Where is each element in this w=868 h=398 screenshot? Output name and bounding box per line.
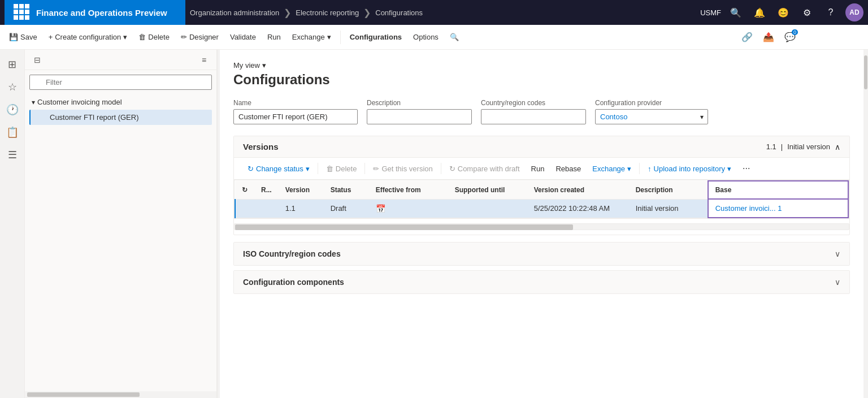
vtool-sep-2 bbox=[364, 163, 365, 174]
version-number: 1.1 bbox=[766, 142, 776, 151]
country-input[interactable] bbox=[481, 109, 586, 124]
iso-header[interactable]: ISO Country/region codes ∨ bbox=[234, 243, 849, 265]
waffle-icon[interactable] bbox=[14, 4, 31, 21]
bookmark-icon[interactable]: 🔗 bbox=[738, 28, 756, 46]
sidebar-icon-recent[interactable]: 🕐 bbox=[2, 100, 23, 120]
message-icon[interactable]: 💬 0 bbox=[781, 28, 799, 46]
description-input[interactable] bbox=[367, 109, 472, 124]
share-icon[interactable]: 📤 bbox=[760, 28, 778, 46]
tree-child-fti[interactable]: Customer FTI report (GER) bbox=[29, 110, 212, 125]
close-icon[interactable]: ✕ bbox=[845, 28, 863, 46]
create-configuration-button[interactable]: + Create configuration ▾ bbox=[44, 29, 132, 45]
search-icon[interactable]: 🔍 bbox=[727, 3, 745, 21]
filter-input[interactable] bbox=[29, 75, 212, 90]
breadcrumb-item-3[interactable]: Configurations bbox=[375, 8, 423, 17]
th-r[interactable]: R... bbox=[254, 181, 279, 199]
th-status[interactable]: Status bbox=[324, 181, 369, 199]
create-icon: + bbox=[49, 33, 53, 41]
config-header[interactable]: Configuration components ∨ bbox=[234, 271, 849, 293]
th-version[interactable]: Version bbox=[279, 181, 324, 199]
notification-icon[interactable]: 🔔 bbox=[750, 3, 769, 21]
smiley-icon[interactable]: 😊 bbox=[774, 3, 792, 21]
td-status: Draft bbox=[324, 199, 369, 218]
vtool-run-button[interactable]: Run bbox=[527, 162, 549, 175]
sidebar-icon-favorites[interactable]: ☆ bbox=[2, 77, 23, 97]
cmd-right-icons: 🔗 📤 💬 0 ↻ ⧉ ✕ bbox=[738, 28, 863, 46]
validate-button[interactable]: Validate bbox=[225, 29, 261, 45]
tree-parent-label: Customer invoicing model bbox=[37, 98, 122, 106]
sidebar-icon-modules[interactable]: ☰ bbox=[2, 145, 23, 165]
cmd-separator-1 bbox=[340, 31, 341, 44]
versions-table: ↻ R... Version Status Effective from Sup… bbox=[235, 180, 849, 218]
designer-button[interactable]: ✏ Designer bbox=[176, 29, 223, 45]
upload-repository-button[interactable]: ↑ Upload into repository ▾ bbox=[643, 162, 736, 175]
tree-parent-invoicing[interactable]: ▾ Customer invoicing model bbox=[29, 94, 212, 110]
versions-chevron-icon[interactable]: ∧ bbox=[835, 142, 840, 152]
get-version-button[interactable]: ✏ Get this version bbox=[368, 162, 437, 175]
th-description[interactable]: Description bbox=[629, 181, 708, 199]
help-icon[interactable]: ? bbox=[822, 3, 840, 21]
vtool-exchange-button[interactable]: Exchange ▾ bbox=[588, 162, 636, 175]
create-chevron-icon: ▾ bbox=[123, 33, 127, 41]
tree-child-label: Customer FTI report (GER) bbox=[50, 113, 138, 122]
change-status-button[interactable]: ↻ Change status ▾ bbox=[243, 162, 314, 175]
breadcrumb-item-2[interactable]: Electronic reporting bbox=[296, 8, 359, 17]
sidebar-icon-workspaces[interactable]: 📋 bbox=[2, 122, 23, 142]
top-icons: USMF 🔍 🔔 😊 ⚙ ? AD bbox=[700, 3, 863, 21]
settings-icon[interactable]: ⚙ bbox=[798, 3, 816, 21]
config-title: Configuration components bbox=[243, 278, 344, 287]
exchange-button[interactable]: Exchange ▾ bbox=[288, 29, 336, 45]
iso-title: ISO Country/region codes bbox=[243, 249, 341, 258]
td-description: Initial version bbox=[629, 199, 708, 218]
save-button[interactable]: 💾 Save bbox=[5, 29, 42, 45]
right-scrollbar[interactable] bbox=[863, 50, 868, 398]
open-new-icon[interactable]: ⧉ bbox=[824, 28, 842, 46]
get-version-icon: ✏ bbox=[373, 165, 379, 173]
td-r bbox=[254, 199, 279, 218]
config-chevron-icon: ∨ bbox=[835, 278, 840, 287]
user-avatar[interactable]: AD bbox=[845, 3, 863, 21]
sync-header-icon: ↻ bbox=[242, 186, 248, 194]
sidebar-icon-home[interactable]: ⊞ bbox=[2, 54, 23, 75]
rebase-button[interactable]: Rebase bbox=[551, 162, 585, 175]
run-button[interactable]: Run bbox=[263, 29, 285, 45]
versions-table-wrapper: ↻ R... Version Status Effective from Sup… bbox=[234, 180, 849, 219]
main-layout: ⊞ ☆ 🕐 📋 ☰ ⊟ ≡ 🔍 ▾ Customer invoicing mod… bbox=[0, 50, 868, 398]
breadcrumb: Organization administration ❯ Electronic… bbox=[190, 7, 696, 18]
nav-tree: ▾ Customer invoicing model Customer FTI … bbox=[25, 94, 216, 391]
iso-section: ISO Country/region codes ∨ bbox=[233, 242, 850, 266]
country-field: Country/region codes bbox=[481, 99, 586, 124]
th-effective[interactable]: Effective from bbox=[369, 181, 448, 199]
versions-meta: 1.1 | Initial version ∧ bbox=[766, 142, 840, 152]
th-supported[interactable]: Supported until bbox=[448, 181, 527, 199]
versions-section: Versions 1.1 | Initial version ∧ ↻ Chang… bbox=[233, 136, 850, 235]
nav-settings-icon[interactable]: ≡ bbox=[194, 50, 214, 70]
calendar-icon[interactable]: 📅 bbox=[376, 204, 385, 213]
configurations-button[interactable]: Configurations bbox=[345, 29, 406, 45]
refresh-icon[interactable]: ↻ bbox=[802, 28, 821, 46]
description-field: Description bbox=[367, 99, 472, 124]
compare-draft-button[interactable]: ↻ Compare with draft bbox=[445, 162, 524, 175]
horizontal-scrollbar[interactable] bbox=[234, 223, 849, 230]
provider-label: Configuration provider bbox=[595, 99, 708, 107]
td-effective: 📅 bbox=[369, 199, 448, 218]
vtool-delete-icon: 🗑 bbox=[326, 165, 333, 173]
tree-arrow-icon: ▾ bbox=[32, 98, 35, 106]
options-button[interactable]: Options bbox=[409, 29, 443, 45]
filter-icon-nav[interactable]: ⊟ bbox=[27, 50, 47, 70]
th-base[interactable]: Base bbox=[708, 181, 848, 199]
form-row: Name Description Country/region codes Co… bbox=[233, 99, 850, 124]
content-area: My view ▾ Configurations Name Descriptio… bbox=[220, 50, 863, 398]
table-row[interactable]: 1.1 Draft 📅 5/25/2022 10:22:48 AM Initia… bbox=[235, 199, 848, 218]
delete-button[interactable]: 🗑 Delete bbox=[134, 29, 174, 45]
name-input[interactable] bbox=[233, 109, 358, 124]
td-base[interactable]: Customer invoici... 1 bbox=[708, 199, 848, 218]
vtool-more-button[interactable]: ··· bbox=[738, 161, 754, 176]
nav-filter: 🔍 bbox=[25, 70, 216, 94]
breadcrumb-item-1[interactable]: Organization administration bbox=[190, 8, 279, 17]
search-cmd-button[interactable]: 🔍 bbox=[445, 29, 463, 45]
view-label[interactable]: My view ▾ bbox=[233, 61, 850, 70]
vtool-delete-button[interactable]: 🗑 Delete bbox=[322, 162, 362, 175]
provider-select[interactable]: Contoso bbox=[595, 109, 708, 124]
th-created[interactable]: Version created bbox=[527, 181, 629, 199]
